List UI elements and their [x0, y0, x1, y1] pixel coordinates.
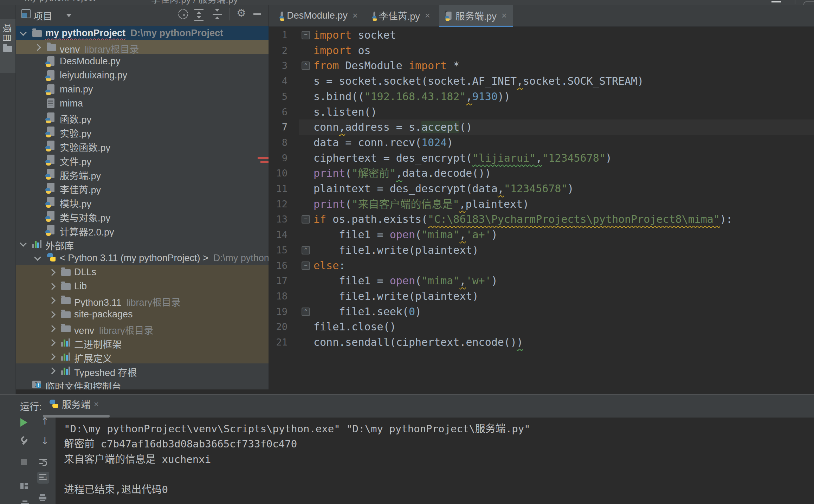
- tree-item-leiyuduixaing.py[interactable]: leiyuduixaing.py: [16, 68, 269, 82]
- tree-item-模块.py[interactable]: 模块.py: [16, 195, 269, 209]
- stop-icon[interactable]: [21, 459, 27, 465]
- tree-item-venv[interactable]: venvlibrary根目录: [16, 321, 269, 335]
- expand-all-icon[interactable]: [194, 9, 205, 20]
- minimize-icon[interactable]: [771, 1, 781, 2]
- close-icon[interactable]: ×: [500, 10, 507, 21]
- line-number[interactable]: 13: [269, 214, 288, 225]
- soft-wrap-icon[interactable]: [39, 458, 48, 465]
- run-tab[interactable]: 服务端 ×: [49, 397, 99, 411]
- tree-item-my pythonProject[interactable]: my pythonProjectD:\my pythonProject: [16, 26, 269, 40]
- tree-item-实验.py[interactable]: 实验.py: [16, 124, 269, 138]
- line-number[interactable]: 10: [269, 168, 288, 179]
- editor-area[interactable]: DesModule.py×李佳芮.py×服务端.py× 1−import soc…: [269, 5, 814, 394]
- line-number[interactable]: 7: [269, 122, 288, 133]
- tree-item-扩展定义[interactable]: 扩展定义: [16, 349, 269, 363]
- project-panel-title[interactable]: 项目: [33, 9, 52, 22]
- editor-tab-DesModule.py[interactable]: DesModule.py×: [274, 5, 364, 26]
- wrench-settings-icon[interactable]: [20, 437, 29, 445]
- chevron-right-icon[interactable]: [49, 325, 56, 332]
- chevron-right-icon[interactable]: [49, 297, 56, 304]
- close-icon[interactable]: ×: [351, 10, 358, 21]
- tree-item-Typeshed 存根[interactable]: Typeshed 存根: [16, 363, 269, 377]
- fold-collapse-icon[interactable]: −: [302, 215, 310, 224]
- tree-item-site-packages[interactable]: site-packages: [16, 307, 269, 321]
- fold-end-icon[interactable]: ⌃: [302, 308, 310, 316]
- fold-collapse-icon[interactable]: −: [302, 31, 310, 39]
- caret-down-icon[interactable]: [66, 14, 71, 17]
- tree-item-label: 实验.py: [60, 129, 91, 138]
- line-number[interactable]: 5: [269, 91, 288, 102]
- console-output[interactable]: "D:\my pythonProject\venv\Scripts\python…: [56, 418, 814, 504]
- line-number[interactable]: 8: [269, 137, 288, 148]
- chevron-right-icon[interactable]: [49, 311, 56, 318]
- restore-layout-icon[interactable]: [20, 483, 28, 489]
- printer-icon[interactable]: [39, 494, 46, 501]
- tree-item-类与对象.py[interactable]: 类与对象.py: [16, 209, 269, 223]
- settings-gear-icon[interactable]: ⚙: [237, 8, 247, 18]
- line-number[interactable]: 18: [269, 291, 288, 302]
- line-number[interactable]: 14: [269, 229, 288, 240]
- chevron-right-icon[interactable]: [49, 269, 56, 276]
- line-number[interactable]: 15: [269, 245, 288, 256]
- tree-item-函数.py[interactable]: 函数.py: [16, 110, 269, 124]
- line-number[interactable]: 19: [269, 306, 288, 317]
- tree-item-外部库[interactable]: 外部库: [16, 237, 269, 251]
- line-number[interactable]: 21: [269, 337, 288, 348]
- line-number[interactable]: 6: [269, 106, 288, 117]
- line-number[interactable]: 12: [269, 199, 288, 209]
- tree-item-mima[interactable]: mima: [16, 96, 269, 110]
- tree-item-label: 函数.py: [60, 115, 91, 124]
- chevron-down-icon[interactable]: [34, 254, 41, 261]
- line-number[interactable]: 1: [269, 30, 288, 40]
- code-line-20: file1.close(): [314, 319, 396, 335]
- locate-icon[interactable]: [178, 9, 189, 20]
- chevron-right-icon[interactable]: [49, 339, 56, 346]
- chevron-right-icon[interactable]: [49, 353, 56, 360]
- hide-panel-icon[interactable]: [253, 9, 264, 20]
- tree-item-二进制框架[interactable]: 二进制框架: [16, 335, 269, 349]
- tree-item-suffix: D:\my pythonP: [208, 253, 269, 263]
- tree-item-临时文件和控制台[interactable]: 临时文件和控制台: [16, 377, 269, 389]
- tree-item-Lib[interactable]: Lib: [16, 279, 269, 293]
- chevron-right-icon[interactable]: [49, 283, 56, 290]
- tree-item-实验函数.py[interactable]: 实验函数.py: [16, 138, 269, 153]
- tree-item-DLLs[interactable]: DLLs: [16, 265, 269, 279]
- tree-item-DesModule.py[interactable]: DesModule.py: [16, 54, 269, 68]
- down-stack-icon[interactable]: ↓: [41, 435, 49, 447]
- tree-item-文件.py[interactable]: 文件.py: [16, 153, 269, 167]
- chevron-down-icon[interactable]: [20, 29, 27, 36]
- tree-item-< Python 3.11 (my pythonProject) >[interactable]: < Python 3.11 (my pythonProject) >D:\my …: [16, 251, 269, 265]
- fold-end-icon[interactable]: ⌃: [302, 246, 310, 254]
- line-number[interactable]: 9: [269, 153, 288, 163]
- printer-partial-icon[interactable]: [21, 500, 29, 504]
- scroll-to-end-icon[interactable]: [37, 472, 49, 484]
- code-token: data = conn.recv(: [314, 136, 421, 149]
- line-number[interactable]: 16: [269, 260, 288, 271]
- line-number[interactable]: 3: [269, 60, 288, 71]
- tree-item-Python3.11[interactable]: Python3.11library根目录: [16, 293, 269, 307]
- tree-item-计算器2.0.py[interactable]: 计算器2.0.py: [16, 223, 269, 237]
- line-number[interactable]: 20: [269, 321, 288, 332]
- chevron-right-icon[interactable]: [49, 367, 56, 374]
- line-number[interactable]: 2: [269, 45, 288, 56]
- close-icon[interactable]: ×: [424, 10, 430, 21]
- editor-tab-服务端.py[interactable]: 服务端.py×: [439, 5, 513, 26]
- fold-collapse-icon[interactable]: −: [302, 261, 310, 270]
- fold-end-icon[interactable]: ⌃: [302, 62, 310, 70]
- sidebar-item-project[interactable]: 项目: [0, 19, 15, 73]
- rerun-icon[interactable]: [20, 418, 27, 427]
- collapse-all-icon[interactable]: [213, 9, 223, 20]
- line-number[interactable]: 11: [269, 183, 288, 194]
- tree-item-venv[interactable]: venvlibrary根目录: [16, 40, 269, 54]
- up-stack-icon[interactable]: ↑: [41, 415, 49, 427]
- tree-item-main.py[interactable]: main.py: [16, 82, 269, 96]
- line-number[interactable]: 17: [269, 275, 288, 286]
- chevron-right-icon[interactable]: [34, 44, 41, 51]
- tree-item-服务端.py[interactable]: 服务端.py: [16, 167, 269, 181]
- editor-tab-李佳芮.py[interactable]: 李佳芮.py×: [367, 5, 437, 26]
- tree-item-李佳芮.py[interactable]: 李佳芮.py: [16, 181, 269, 195]
- close-icon[interactable]: ×: [94, 399, 99, 409]
- line-number[interactable]: 4: [269, 76, 288, 86]
- window-button-badge[interactable]: [803, 1, 814, 5]
- chevron-down-icon[interactable]: [20, 240, 27, 247]
